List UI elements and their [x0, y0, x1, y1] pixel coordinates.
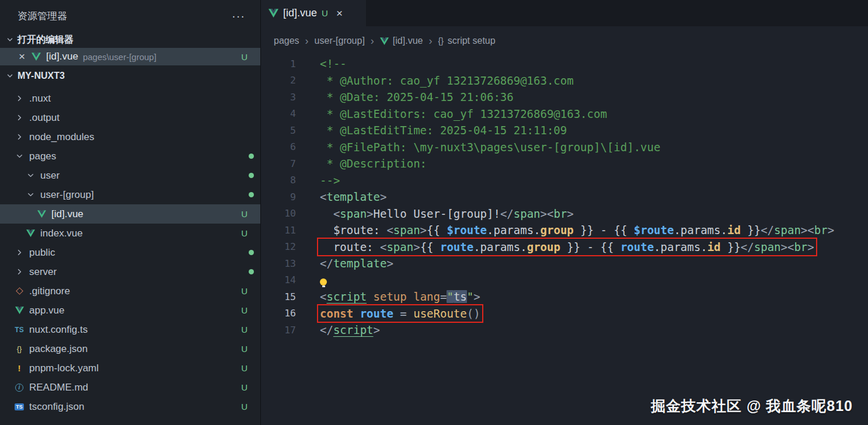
code-line[interactable]: 2 * @Author: cao_yf 13213726869@163.com — [261, 72, 868, 89]
more-actions-icon[interactable]: ··· — [232, 9, 245, 23]
tree-item-label: .gitignore — [29, 285, 70, 297]
code-area[interactable]: 1<!--2 * @Author: cao_yf 13213726869@163… — [261, 55, 868, 425]
close-icon[interactable]: × — [19, 50, 25, 63]
tree-item-user[interactable]: user — [0, 166, 260, 185]
code-line[interactable]: 7 * @Description: — [261, 155, 868, 172]
file-tree: .nuxt.outputnode_modulespagesuseruser-[g… — [0, 86, 260, 416]
line-number[interactable]: 12 — [261, 241, 296, 252]
code-line[interactable]: 5 * @LastEditTime: 2025-04-15 21:11:09 — [261, 122, 868, 139]
code-line[interactable]: 8--> — [261, 172, 868, 189]
line-number[interactable]: 3 — [261, 92, 296, 103]
tree-item-node-modules[interactable]: node_modules — [0, 127, 260, 147]
modified-dot — [249, 192, 254, 197]
tree-item-label: public — [29, 247, 55, 259]
lightbulb-icon[interactable] — [320, 278, 327, 285]
line-number[interactable]: 13 — [261, 258, 296, 269]
chevron-right-icon — [14, 93, 25, 104]
vue-icon — [268, 8, 278, 19]
line-number[interactable]: 5 — [261, 125, 296, 136]
code-line[interactable]: 16const route = useRoute() — [261, 305, 868, 322]
code-line[interactable]: 14 — [261, 272, 868, 289]
code-line[interactable]: 9<template> — [261, 189, 868, 205]
tree-item-user-group[interactable]: user-[group] — [0, 185, 260, 204]
line-number[interactable]: 14 — [261, 274, 296, 285]
code-line[interactable]: 12 route: <span>{{ route.params.group }}… — [261, 239, 868, 256]
line-number[interactable]: 11 — [261, 225, 296, 236]
tree-item-index-vue[interactable]: index.vueU — [0, 224, 260, 243]
project-name: MY-NUXT3 — [18, 71, 65, 81]
open-editors-section-header[interactable]: 打开的编辑器 — [0, 32, 260, 48]
breadcrumb-item[interactable]: user-[group] — [315, 36, 365, 46]
tree-item-output[interactable]: .output — [0, 108, 260, 127]
vue-icon — [31, 51, 41, 62]
tab-id-vue[interactable]: [id].vue U × — [261, 0, 366, 26]
code-text: </script> — [320, 323, 380, 336]
tab-close-icon[interactable]: × — [336, 7, 343, 20]
chevron-down-icon — [14, 151, 25, 162]
tree-item-pages[interactable]: pages — [0, 147, 260, 166]
tree-item-label: nuxt.config.ts — [29, 324, 88, 336]
open-editor-item[interactable]: × [id].vue pages\user-[group] U — [0, 48, 260, 65]
tree-item-label: package.json — [29, 343, 88, 355]
tree-item-readme-md[interactable]: iREADME.mdU — [0, 378, 260, 397]
explorer-sidebar: 资源管理器 ··· 打开的编辑器 × [id].vue pages\user-[… — [0, 0, 261, 425]
tree-item-server[interactable]: server — [0, 262, 260, 281]
code-line[interactable]: 10 <span>Hello User-[group]!</span><br> — [261, 205, 868, 222]
line-number[interactable]: 2 — [261, 75, 296, 86]
code-line[interactable]: 17</script> — [261, 322, 868, 339]
tree-item-label: user — [40, 170, 60, 182]
line-number[interactable]: 9 — [261, 191, 296, 203]
tree-item-nuxt[interactable]: .nuxt — [0, 89, 260, 108]
chevron-right-icon — [14, 113, 25, 123]
open-editor-file-path: pages\user-[group] — [83, 52, 156, 62]
tree-item-nuxt-config-ts[interactable]: TSnuxt.config.tsU — [0, 320, 260, 339]
line-number[interactable]: 7 — [261, 158, 296, 169]
tree-item-pnpm-lock-yaml[interactable]: !pnpm-lock.yamlU — [0, 358, 260, 378]
line-number[interactable]: 8 — [261, 175, 296, 186]
vue-icon — [14, 305, 25, 316]
line-number[interactable]: 6 — [261, 141, 296, 152]
braces-icon: {} — [14, 344, 25, 354]
code-text: <template> — [320, 190, 386, 203]
tsconfig-icon: TS — [14, 402, 25, 412]
code-line[interactable]: 4 * @LastEditors: cao_yf 13213726869@163… — [261, 106, 868, 123]
code-line[interactable]: 15<script setup lang="ts"> — [261, 288, 868, 305]
breadcrumb-item[interactable]: [id].vue — [380, 36, 423, 46]
code-line[interactable]: 1<!-- — [261, 55, 868, 72]
breadcrumb-item[interactable]: pages — [274, 36, 299, 46]
tab-git-status-badge: U — [322, 8, 328, 18]
tree-item-tsconfig-json[interactable]: TStsconfig.jsonU — [0, 397, 260, 416]
code-line[interactable]: 11 $route: <span>{{ $route.params.group … — [261, 222, 868, 239]
code-line[interactable]: 13</template> — [261, 255, 868, 272]
code-text: <span>Hello User-[group]!</span><br> — [320, 207, 574, 220]
project-section-header[interactable]: MY-NUXT3 — [0, 65, 260, 86]
tree-item-label: [id].vue — [51, 208, 83, 220]
git-status-badge: U — [241, 286, 247, 296]
code-text: * @Date: 2025-04-15 21:06:36 — [320, 90, 514, 103]
chevron-right-icon — [14, 267, 25, 277]
tree-item-public[interactable]: public — [0, 243, 260, 262]
breadcrumb-label: script setup — [448, 36, 496, 46]
code-text: <!-- — [320, 57, 347, 70]
tree-item-package-json[interactable]: {}package.jsonU — [0, 339, 260, 358]
git-status-badge: U — [241, 209, 247, 219]
line-number[interactable]: 15 — [261, 291, 296, 302]
editor-area: [id].vue U × pages›user-[group]›[id].vue… — [261, 0, 868, 425]
breadcrumb-item[interactable]: {}script setup — [438, 36, 495, 46]
code-line[interactable]: 6 * @FilePath: \my-nuxt3\pages\user-[gro… — [261, 139, 868, 156]
line-number[interactable]: 4 — [261, 108, 296, 119]
line-number[interactable]: 10 — [261, 208, 296, 219]
modified-dot — [249, 269, 254, 274]
tree-item-app-vue[interactable]: app.vueU — [0, 301, 260, 320]
line-number[interactable]: 1 — [261, 58, 296, 69]
chevron-down-icon — [5, 71, 15, 81]
code-line[interactable]: 3 * @Date: 2025-04-15 21:06:36 — [261, 89, 868, 106]
tree-item-id-vue[interactable]: [id].vueU — [0, 204, 260, 224]
tree-item-label: index.vue — [40, 228, 83, 239]
tree-item-label: pnpm-lock.yaml — [29, 363, 99, 374]
vue-icon — [380, 37, 389, 46]
line-number[interactable]: 16 — [261, 308, 296, 319]
tree-item-gitignore[interactable]: .gitignoreU — [0, 281, 260, 301]
line-number[interactable]: 17 — [261, 325, 296, 336]
breadcrumb-label: [id].vue — [393, 36, 423, 46]
